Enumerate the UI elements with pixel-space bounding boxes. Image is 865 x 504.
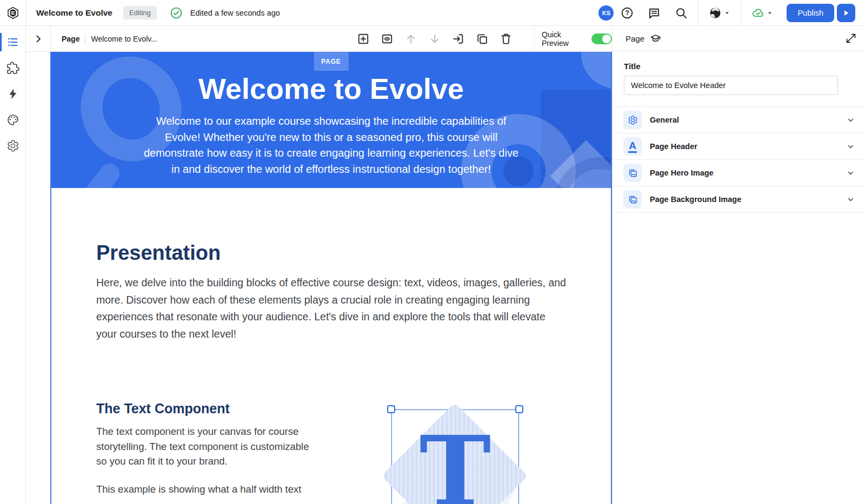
quick-preview-control: Quick Preview (534, 26, 612, 51)
preview-component-button[interactable] (381, 32, 394, 45)
accordion-label: Page Hero Image (650, 169, 714, 177)
accordion-label: General (650, 116, 679, 124)
avatar[interactable]: KS (598, 5, 614, 21)
help-button[interactable]: ? (621, 6, 634, 19)
arrow-up-icon (404, 32, 417, 45)
course-title: Welcome to Evolve (36, 8, 112, 18)
page-surface[interactable]: PAGE Welcome to Evolve Welcome to our ex… (50, 52, 612, 504)
selection-handle-top-right[interactable] (515, 405, 523, 413)
chevron-down-icon[interactable] (846, 116, 855, 125)
play-icon (841, 8, 851, 18)
panel-accordion: General A Page Header (613, 106, 865, 213)
toggle-knob (602, 35, 611, 43)
title-field-label: Title (624, 62, 851, 71)
sidebar-item-extensions[interactable] (0, 55, 25, 81)
delete-button[interactable] (500, 32, 513, 45)
page-hero-subtitle[interactable]: Welcome to our example course showcasing… (141, 113, 522, 177)
top-bar: Welcome to Evolve Editing Edited a few s… (0, 0, 865, 26)
chevron-down-icon (724, 10, 730, 16)
section-heading-text-component[interactable]: The Text Component (96, 401, 230, 416)
lightning-icon (6, 88, 19, 100)
chevron-down-icon[interactable] (846, 142, 855, 151)
divider (741, 0, 741, 26)
palette-icon (6, 113, 19, 126)
sidebar-item-structure[interactable] (0, 29, 25, 55)
evolve-logo-icon (6, 6, 19, 19)
comments-button[interactable] (648, 6, 661, 19)
chevron-down-icon (767, 10, 773, 16)
hero-decoration (58, 160, 124, 188)
comment-icon (648, 6, 661, 19)
saved-check-icon (170, 6, 183, 19)
image-icon (623, 190, 642, 209)
breadcrumb: Page Welcome to Evolv... (62, 34, 157, 44)
expand-tree-button[interactable] (33, 33, 44, 44)
sidebar-item-actions[interactable] (0, 81, 25, 107)
main-area: Page Welcome to Evolv... (0, 26, 865, 504)
text-component-image-letter: T (392, 419, 518, 504)
expand-panel-button[interactable] (846, 33, 856, 44)
move-to-button[interactable] (452, 32, 465, 45)
page-type-badge: PAGE (314, 52, 348, 71)
page-content: Presentation Here, we delve into the bui… (51, 188, 611, 504)
panel-header: Page (613, 26, 865, 51)
divider (85, 34, 85, 44)
selection-handle-top-left[interactable] (387, 405, 395, 413)
add-component-button[interactable] (357, 32, 370, 45)
chevron-down-icon[interactable] (846, 195, 855, 204)
selected-image-component[interactable]: T (391, 409, 519, 504)
chevron-down-icon[interactable] (846, 169, 855, 178)
help-icon: ? (621, 6, 634, 19)
move-into-icon (452, 32, 465, 45)
image-icon (623, 164, 642, 182)
preview-play-button[interactable] (837, 4, 855, 22)
gear-icon (6, 139, 19, 152)
svg-text:?: ? (626, 9, 630, 17)
page-title-input[interactable] (624, 76, 838, 95)
move-down-button[interactable] (428, 32, 441, 45)
accordion-row-page-header[interactable]: A Page Header (613, 133, 865, 160)
divider (50, 26, 51, 52)
copy-icon (476, 32, 489, 45)
accordion-label: Page Background Image (650, 195, 741, 204)
add-box-icon (357, 32, 370, 45)
accordion-row-page-hero-image[interactable]: Page Hero Image (613, 160, 865, 186)
trash-icon (500, 32, 513, 45)
language-button[interactable] (709, 6, 730, 19)
text-style-icon: A (623, 137, 642, 156)
text-component-body-1[interactable]: The text component is your canvas for co… (96, 424, 318, 469)
accordion-row-page-background-image[interactable]: Page Background Image (613, 186, 865, 213)
breadcrumb-type: Page (62, 35, 79, 43)
section-heading-presentation[interactable]: Presentation (96, 241, 221, 265)
presentation-body-text[interactable]: Here, we delve into the building blocks … (96, 274, 569, 342)
graduation-cap-icon (650, 33, 661, 44)
arrow-down-icon (428, 32, 441, 45)
accordion-label: Page Header (650, 142, 697, 151)
quick-preview-toggle[interactable] (591, 33, 612, 44)
chevron-right-icon (33, 33, 44, 44)
sidebar-item-theme[interactable] (0, 107, 25, 133)
publish-button[interactable]: Publish (787, 4, 834, 22)
move-up-button[interactable] (404, 32, 417, 45)
toolbar-actions (357, 32, 513, 45)
divider (698, 0, 698, 26)
text-component-body-2[interactable]: This example is showing what a half widt… (96, 482, 318, 497)
editor-column: Page Welcome to Evolv... (26, 26, 612, 504)
page-hero[interactable]: PAGE Welcome to Evolve Welcome to our ex… (51, 52, 611, 188)
save-status-text: Edited a few seconds ago (190, 9, 280, 17)
editing-badge: Editing (123, 6, 157, 19)
sync-status-button[interactable] (751, 6, 773, 19)
sidebar-item-settings[interactable] (0, 133, 25, 159)
quick-preview-label: Quick Preview (542, 30, 586, 48)
duplicate-button[interactable] (476, 32, 489, 45)
evolve-logo[interactable] (0, 0, 26, 25)
page-toolbar: Page Welcome to Evolv... (26, 26, 612, 52)
cloud-check-icon (751, 6, 764, 19)
gear-icon (623, 111, 642, 129)
breadcrumb-title[interactable]: Welcome to Evolv... (91, 35, 157, 43)
page-canvas: PAGE Welcome to Evolve Welcome to our ex… (26, 52, 612, 504)
search-icon (675, 6, 688, 19)
search-button[interactable] (675, 6, 688, 19)
accordion-row-general[interactable]: General (613, 107, 865, 133)
page-title-field: Title (613, 51, 865, 106)
